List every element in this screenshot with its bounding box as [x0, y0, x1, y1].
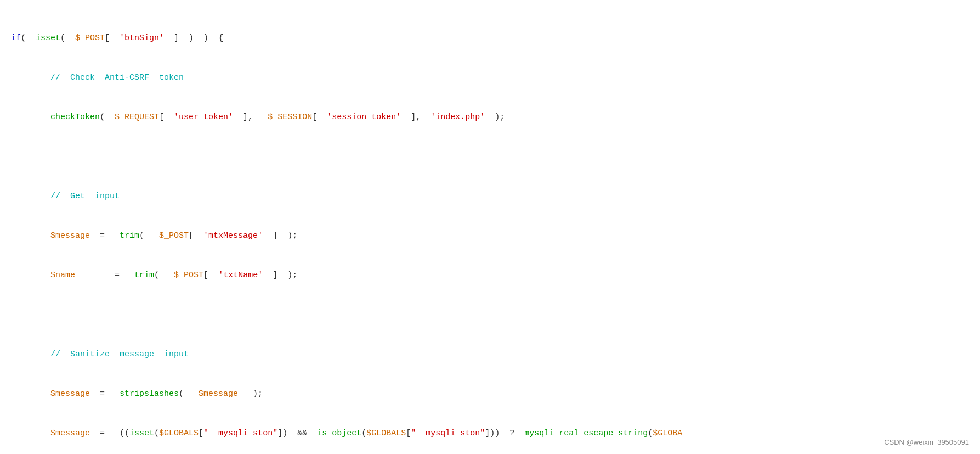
code-line-3: checkToken( $_REQUEST[ 'user_token' ], $…	[11, 111, 969, 124]
watermark: CSDN @weixin_39505091	[884, 437, 969, 449]
code-line-2: // Check Anti-CSRF token	[11, 71, 969, 85]
code-line-5: $message = trim( $_POST[ 'mtxMessage' ] …	[11, 229, 969, 243]
code-line-4: // Get input	[11, 190, 969, 203]
code-line-blank2	[11, 309, 969, 322]
code-line-6: $name = trim( $_POST[ 'txtName' ] );	[11, 269, 969, 282]
code-line-blank1	[11, 150, 969, 164]
code-block: if( isset( $_POST[ 'btnSign' ] ) ) { // …	[0, 0, 980, 454]
code-line-1: if( isset( $_POST[ 'btnSign' ] ) ) {	[11, 32, 969, 45]
code-line-7: // Sanitize message input	[11, 348, 969, 361]
code-line-9: $message = ((isset($GLOBALS["__mysqli_st…	[11, 427, 969, 440]
code-line-8: $message = stripslashes( $message );	[11, 388, 969, 401]
